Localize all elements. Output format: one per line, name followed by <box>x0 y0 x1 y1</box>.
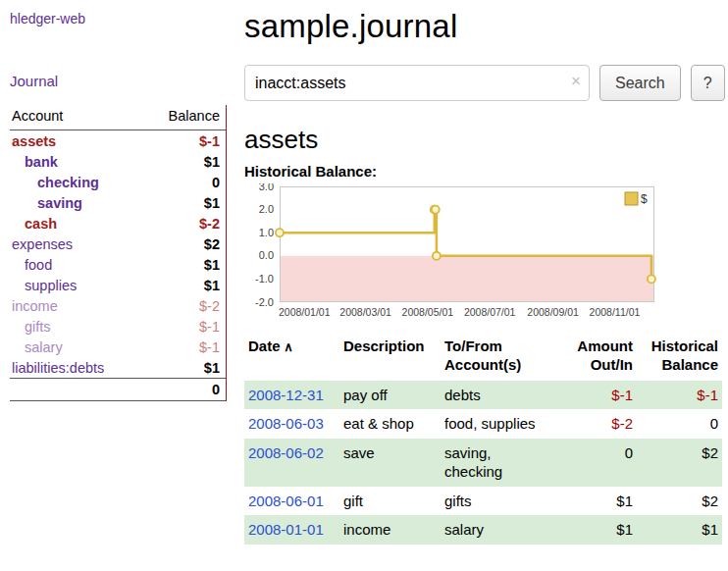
accounts-header-balance: Balance <box>143 105 226 130</box>
accounts-total-balance: 0 <box>143 379 226 401</box>
transaction-date-link[interactable]: 2008-06-02 <box>248 444 324 461</box>
search-help-button[interactable]: ? <box>691 65 725 101</box>
transaction-date-cell: 2008-06-02 <box>244 439 339 487</box>
transaction-amount: $1 <box>560 515 637 545</box>
account-row: gifts$-1 <box>10 316 226 337</box>
account-name-cell: assets <box>10 130 143 152</box>
main-content: sample.journal × Search ? assets Histori… <box>229 0 728 571</box>
transaction-accounts: debts <box>441 381 560 410</box>
account-link[interactable]: liabilities:debts <box>12 360 104 376</box>
search-box: × <box>244 65 590 101</box>
accounts-table: Account Balance assets$-1bank$1checking0… <box>10 105 226 401</box>
transaction-balance: $2 <box>637 439 722 487</box>
register-header-description[interactable]: Description <box>339 336 441 381</box>
sidebar: hledger-web Journal Account Balance asse… <box>0 0 229 571</box>
nav-journal-link[interactable]: Journal <box>10 73 58 89</box>
account-link[interactable]: food <box>12 257 52 273</box>
transaction-accounts: saving, checking <box>441 439 560 487</box>
account-name-cell: income <box>10 295 143 316</box>
svg-text:2008/11/01: 2008/11/01 <box>590 306 641 318</box>
register-header-accounts[interactable]: To/FromAccount(s) <box>441 336 560 381</box>
register-row: 2008-06-02savesaving, checking0$2 <box>244 439 722 487</box>
transaction-date-link[interactable]: 2008-12-31 <box>248 387 324 403</box>
transaction-date-link[interactable]: 2008-06-01 <box>248 493 324 509</box>
transaction-date-link[interactable]: 2008-06-03 <box>248 415 324 432</box>
clear-search-icon[interactable]: × <box>571 73 581 89</box>
accounts-total-spacer <box>10 379 143 401</box>
transaction-description: income <box>339 515 441 545</box>
account-name-cell: saving <box>10 192 143 213</box>
account-link[interactable]: bank <box>12 154 58 170</box>
account-row: saving$1 <box>10 192 226 213</box>
account-link[interactable]: saving <box>12 195 82 211</box>
app-brand-link[interactable]: hledger-web <box>10 11 85 26</box>
account-balance: $1 <box>143 151 226 172</box>
account-name-cell: expenses <box>10 234 143 254</box>
account-balance: 0 <box>143 172 226 192</box>
accounts-total-row: 0 <box>10 379 226 401</box>
account-balance: $-1 <box>143 337 226 357</box>
register-header-amount[interactable]: AmountOut/In <box>560 336 637 381</box>
account-link[interactable]: income <box>12 298 58 314</box>
svg-text:$: $ <box>641 192 648 206</box>
account-heading: assets <box>244 125 725 155</box>
transaction-date-cell: 2008-06-03 <box>244 409 339 439</box>
account-row: food$1 <box>10 254 226 275</box>
transaction-description: save <box>339 439 441 487</box>
account-name-cell: cash <box>10 213 143 234</box>
account-name-cell: salary <box>10 337 143 357</box>
register-header-date[interactable]: Date ∧ <box>244 336 339 381</box>
account-link[interactable]: checking <box>12 175 99 190</box>
transaction-amount: $1 <box>560 487 637 516</box>
sort-ascending-icon: ∧ <box>281 339 293 354</box>
transaction-date-cell: 2008-06-01 <box>244 487 339 516</box>
account-balance: $-1 <box>143 130 226 152</box>
account-balance: $2 <box>143 234 226 254</box>
account-name-cell: supplies <box>10 275 143 295</box>
svg-text:0.0: 0.0 <box>259 249 274 261</box>
account-row: liabilities:debts$1 <box>10 357 226 379</box>
transaction-description: gift <box>339 487 441 516</box>
register-header-balance[interactable]: HistoricalBalance <box>637 336 722 381</box>
svg-text:1.0: 1.0 <box>259 227 274 238</box>
account-row: checking0 <box>10 172 226 192</box>
transaction-balance: 0 <box>637 409 722 439</box>
account-link[interactable]: expenses <box>12 236 73 252</box>
account-row: salary$-1 <box>10 337 226 357</box>
svg-text:2008/03/01: 2008/03/01 <box>339 306 391 318</box>
search-input[interactable] <box>244 65 590 101</box>
account-balance: $1 <box>143 357 226 379</box>
register-header-row: Date ∧DescriptionTo/FromAccount(s)Amount… <box>244 336 722 381</box>
account-name-cell: checking <box>10 172 143 192</box>
account-name-cell: food <box>10 254 143 275</box>
account-link[interactable]: salary <box>12 339 63 355</box>
account-row: assets$-1 <box>10 130 226 152</box>
accounts-header-account: Account <box>10 105 143 130</box>
account-balance: $1 <box>143 192 226 213</box>
transaction-date-cell: 2008-12-31 <box>244 381 339 410</box>
register-row: 2008-06-01giftgifts$1$2 <box>244 487 722 516</box>
page-title: sample.journal <box>244 8 725 45</box>
account-name-cell: liabilities:debts <box>10 357 143 379</box>
transaction-description: eat & shop <box>339 409 441 439</box>
account-row: bank$1 <box>10 151 226 172</box>
account-link[interactable]: supplies <box>12 278 77 293</box>
account-balance: $1 <box>143 254 226 275</box>
account-link[interactable]: gifts <box>12 319 51 335</box>
search-button[interactable]: Search <box>599 65 681 101</box>
account-row: cash$-2 <box>10 213 226 234</box>
account-row: expenses$2 <box>10 234 226 254</box>
transaction-amount: $-1 <box>560 381 637 410</box>
svg-text:-1.0: -1.0 <box>255 273 274 285</box>
svg-text:2008/07/01: 2008/07/01 <box>464 306 516 318</box>
account-balance: $-1 <box>143 316 226 337</box>
account-link[interactable]: assets <box>12 133 56 149</box>
transaction-amount: $-2 <box>560 409 637 439</box>
chart-title: Historical Balance: <box>244 163 725 180</box>
accounts-header-row: Account Balance <box>10 105 226 130</box>
account-link[interactable]: cash <box>12 216 57 232</box>
svg-text:3.0: 3.0 <box>259 183 274 192</box>
transaction-date-link[interactable]: 2008-01-01 <box>248 521 324 538</box>
account-balance: $1 <box>143 275 226 295</box>
account-name-cell: gifts <box>10 316 143 337</box>
